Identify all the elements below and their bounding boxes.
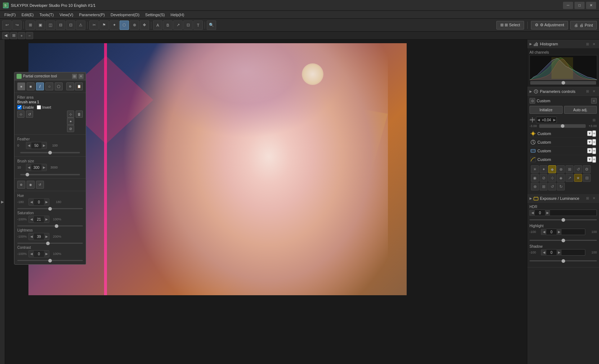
menu-view[interactable]: View(V)	[57, 12, 76, 18]
histogram-expand-btn[interactable]: ⊞	[585, 41, 590, 47]
tg-btn-18[interactable]: ↻	[557, 183, 565, 190]
panel-close-btn[interactable]: ✕	[79, 74, 84, 79]
exposure-slider[interactable]	[539, 124, 586, 128]
warn-button[interactable]: ⚠	[76, 21, 85, 30]
highlight-increment[interactable]: ▶	[556, 229, 562, 235]
tg-btn-5[interactable]: ⊞	[566, 165, 573, 173]
tone-expand-btn[interactable]: ▼	[587, 157, 592, 162]
exposure-decrement[interactable]: ◀	[536, 118, 541, 122]
sat-decrement[interactable]: ◀	[29, 216, 34, 223]
params-expand-btn[interactable]: ⊞	[585, 89, 590, 94]
hue-decrement[interactable]: ◀	[29, 199, 34, 205]
feather-decrement[interactable]: ◀	[26, 142, 31, 149]
mode-btn-2[interactable]: ◉	[27, 181, 35, 189]
tg-btn-4[interactable]: ⊕	[557, 165, 565, 173]
tool-icon-4[interactable]: ✦	[67, 118, 74, 125]
panel-expand-btn[interactable]: ⊞	[72, 74, 77, 79]
tg-btn-16[interactable]: ⊞	[540, 183, 547, 190]
delete-btn[interactable]: 🗑	[76, 111, 83, 118]
preset-gear-btn[interactable]: ⚙	[529, 98, 535, 104]
saturation-slider[interactable]	[17, 225, 83, 226]
shadow-decrement[interactable]: ◀	[541, 249, 546, 256]
menu-tools[interactable]: Tools(T)	[36, 12, 57, 18]
tool-icon-2[interactable]: ↺	[26, 111, 33, 118]
light-decrement[interactable]: ◀	[29, 233, 34, 240]
adjustment-button[interactable]: ⚙ ⚙ Adjustment	[531, 21, 568, 30]
brush-decrement[interactable]: ◀	[26, 164, 31, 171]
tg-btn-11[interactable]: ◈	[557, 174, 565, 182]
hue-slider[interactable]	[17, 208, 83, 209]
feather-increment[interactable]: ▶	[41, 142, 46, 149]
partial-button[interactable]: ⬡	[120, 21, 129, 30]
tg-btn-15[interactable]: ⊕	[531, 183, 539, 190]
menu-parameters[interactable]: Parameters(P)	[76, 12, 108, 18]
tool-icon-1[interactable]: ⊹	[17, 111, 24, 118]
contrast-decrement[interactable]: ◀	[29, 251, 34, 257]
panel-header[interactable]: Partial correction tool ⊞ ✕	[14, 72, 86, 80]
tg-btn-2[interactable]: ✦	[540, 165, 547, 173]
close-button[interactable]: ✕	[586, 2, 596, 9]
grid-view-button[interactable]: ⊞	[26, 21, 35, 30]
tg-btn-17[interactable]: ↺	[548, 183, 556, 190]
tg-btn-14[interactable]: ⊟	[583, 174, 591, 182]
circle-fill-tool[interactable]: ●	[17, 82, 25, 90]
menu-settings[interactable]: Settings(S)	[142, 12, 167, 18]
copy-area-btn[interactable]: ⊕	[66, 82, 74, 90]
tg-btn-12[interactable]: ↗	[566, 174, 573, 182]
brush-tool[interactable]: /	[36, 82, 44, 90]
initialize-button[interactable]: Initialize	[529, 106, 563, 114]
tg-btn-3[interactable]: ◆	[548, 165, 556, 173]
exposure-expand-btn[interactable]: ⊞	[591, 117, 597, 123]
histogram-slider[interactable]	[530, 81, 596, 85]
tg-btn-9[interactable]: ⊘	[540, 174, 547, 182]
tg-btn-13[interactable]: ★	[574, 174, 582, 182]
tg-btn-10[interactable]: ⊹	[548, 174, 556, 182]
tool-icon-5[interactable]: ⊘	[67, 125, 74, 132]
el-header[interactable]: ▶ Exposure / Luminance ⊞ ✕	[527, 194, 599, 203]
highlight-decrement[interactable]: ◀	[541, 229, 546, 235]
sat-increment[interactable]: ▶	[44, 216, 49, 223]
heal-button[interactable]: ✦	[109, 21, 119, 30]
menu-file[interactable]: File(F)	[1, 12, 19, 18]
menu-edit[interactable]: Edit(E)	[19, 12, 37, 18]
histogram-header[interactable]: ▶ Histogram ⊞ ✕	[527, 40, 599, 48]
minimize-button[interactable]: ─	[563, 2, 573, 9]
light-increment[interactable]: ▶	[44, 233, 49, 240]
menu-help[interactable]: Help(H)	[168, 12, 187, 18]
tg-btn-1[interactable]: ☀	[531, 165, 539, 173]
search-button[interactable]: 🔍	[207, 21, 216, 30]
screen-button[interactable]: ⊡	[183, 21, 193, 30]
compare-b-button[interactable]: B	[163, 21, 173, 30]
menu-development[interactable]: Development(D)	[108, 12, 142, 18]
hdr-slider[interactable]	[529, 219, 597, 220]
brush-size-slider[interactable]	[20, 174, 80, 175]
shadow-slider[interactable]	[529, 260, 597, 261]
zoom-out[interactable]: −	[26, 32, 33, 39]
histogram-close-btn[interactable]: ✕	[591, 41, 597, 47]
mode-btn-3[interactable]: ↺	[36, 181, 44, 189]
single-view-button[interactable]: ▣	[36, 21, 45, 30]
el-expand-btn[interactable]: ⊞	[585, 196, 590, 201]
undo-button[interactable]: ↩	[2, 21, 12, 30]
select-button[interactable]: ⊞ ⊞ Select	[496, 21, 524, 30]
mode-btn-1[interactable]: ⊕	[17, 181, 25, 189]
params-close-btn[interactable]: ✕	[591, 89, 597, 94]
parameters-header[interactable]: ▶ Parameters controls ⊞ ✕	[527, 87, 599, 96]
stamp-button[interactable]: ❖	[140, 21, 149, 30]
hue-increment[interactable]: ▶	[44, 199, 49, 205]
tg-btn-7[interactable]: ⚙	[583, 165, 591, 173]
compare-view-button[interactable]: ◫	[46, 21, 55, 30]
lightness-slider[interactable]	[17, 243, 83, 244]
feather-slider[interactable]	[20, 152, 80, 153]
el-close-btn[interactable]: ✕	[591, 196, 597, 201]
flag-button[interactable]: ⚑	[99, 21, 109, 30]
nav-back[interactable]: ◀	[2, 32, 9, 39]
filmstrip-button[interactable]: ⊟	[56, 21, 65, 30]
tool-icon-3[interactable]: ⊹	[67, 111, 74, 118]
preset-expand-btn[interactable]: +	[591, 98, 597, 104]
text-button[interactable]: T	[193, 21, 203, 30]
lasso-tool[interactable]: ⬠	[55, 82, 63, 90]
tg-btn-8[interactable]: ◉	[531, 174, 539, 182]
contrast-slider[interactable]	[17, 260, 83, 261]
zoom-fit[interactable]: ⊞	[10, 32, 17, 39]
